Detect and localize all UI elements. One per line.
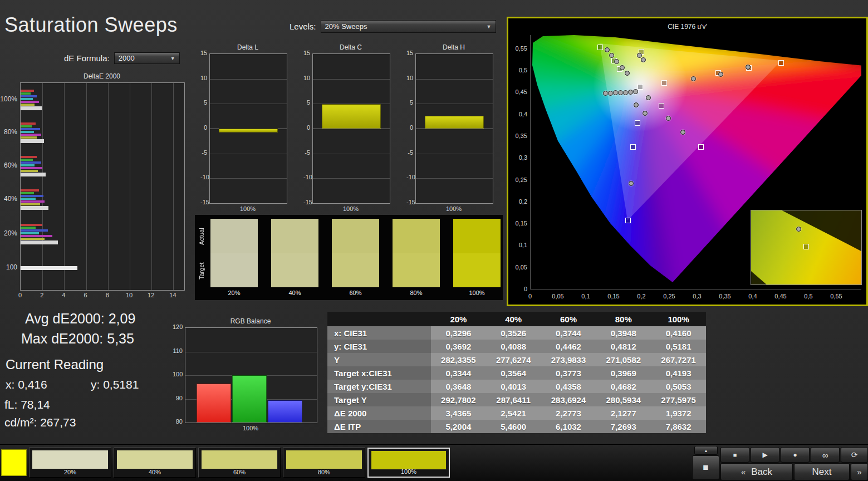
saturation-swatch-button-60%[interactable]: 60% <box>198 448 281 478</box>
measured-marker <box>680 130 685 135</box>
y-tick-label: -15 <box>406 199 413 206</box>
swatch-color <box>116 450 193 469</box>
stop-icon: ■ <box>703 462 708 473</box>
table-row: Target x:CIE310,33440,35640,37730,39690,… <box>327 366 706 380</box>
table-cell: 0,4812 <box>596 340 651 353</box>
measured-marker <box>614 59 619 64</box>
stop-icon: ■ <box>733 451 737 458</box>
saturation-data-table: 20%40%60%80%100%x: CIE310,32960,35260,37… <box>327 312 706 433</box>
table-cell: 0,3744 <box>541 326 596 340</box>
y-tick-label: 15 <box>200 50 207 57</box>
delta-h-title: Delta H <box>415 43 492 51</box>
table-col-header: 40% <box>486 312 541 326</box>
swatch-button-label: 80% <box>283 469 365 475</box>
de-bar <box>21 104 35 106</box>
gridline <box>173 83 174 290</box>
x-tick-label: 0,15 <box>602 293 625 300</box>
current-cdm2-value: cd/m²: 267,73 <box>4 416 76 429</box>
table-cell: 6,1032 <box>541 420 596 433</box>
de-bar <box>21 128 40 130</box>
swatch-color <box>201 450 278 469</box>
table-cell: 267,7271 <box>651 353 706 366</box>
next-page-button[interactable]: » <box>851 463 868 480</box>
cie-y-axis <box>530 35 531 289</box>
delta-c-plot <box>312 53 390 204</box>
y-tick-label: 10 <box>406 75 413 82</box>
refresh-button[interactable]: ⟳ <box>841 447 868 463</box>
table-row: Y282,3355277,6274273,9833271,0582267,727… <box>327 353 706 366</box>
app-window: Saturation Sweeps dE Formula: 2000 ▼ Lev… <box>0 0 868 481</box>
next-button[interactable]: Next <box>794 463 850 480</box>
table-row-label: Target y:CIE31 <box>327 380 431 393</box>
de-bar <box>21 192 34 194</box>
back-button[interactable]: « Back <box>720 463 793 480</box>
table-cell: 292,7802 <box>431 393 486 406</box>
x-tick-label: 12 <box>143 292 159 299</box>
loop-icon: ∞ <box>822 450 828 460</box>
avg-de2000-value: Avg dE2000: 2,09 <box>25 311 135 327</box>
table-row: Target y:CIE310,36480,40130,43580,46820,… <box>327 380 706 393</box>
table-cell: 271,0582 <box>596 353 651 366</box>
table-cell: 282,3355 <box>431 353 486 366</box>
x-axis-label: 100% <box>209 205 286 213</box>
y-tick-label: 80 <box>173 418 183 425</box>
max-de2000-value: Max dE2000: 5,35 <box>21 331 134 347</box>
chevrons-right-icon: » <box>857 467 861 477</box>
de-formula-dropdown[interactable]: 2000 ▼ <box>114 52 180 64</box>
levels-value: 20% Sweeps <box>325 22 367 31</box>
actual-swatch <box>393 219 440 253</box>
chevron-down-icon: ▼ <box>487 24 492 30</box>
table-cell: 0,3692 <box>431 340 486 353</box>
stop-button[interactable]: ■ <box>720 447 749 463</box>
table-cell: 0,3969 <box>596 366 651 380</box>
up-button[interactable]: ▲ <box>694 446 718 455</box>
table-row: y: CIE310,36920,40880,44620,48120,5181 <box>327 340 706 353</box>
play-icon: ▶ <box>762 451 767 459</box>
target-swatch <box>210 253 258 287</box>
y-tick-label: 10 <box>303 75 310 82</box>
x-tick-label: 0 <box>519 293 541 300</box>
play-button[interactable]: ▶ <box>751 447 779 463</box>
table-cell: 2,5421 <box>486 406 541 420</box>
de-bar <box>21 206 48 210</box>
swatch-color <box>286 450 362 469</box>
table-corner <box>327 312 431 326</box>
de-bar <box>21 173 46 176</box>
table-cell: 0,3564 <box>486 366 541 380</box>
y-tick-label: 20% <box>0 230 17 237</box>
y-tick-label: 0 <box>406 124 413 131</box>
measured-marker <box>646 95 651 100</box>
x-tick-label: 0 <box>12 292 28 299</box>
gridline <box>130 83 130 290</box>
x-axis-label: 100% <box>415 205 492 213</box>
table-row-label: x: CIE31 <box>327 326 431 340</box>
measured-marker <box>633 89 638 94</box>
saturation-swatch-button-40%[interactable]: 40% <box>114 448 196 478</box>
table-cell: 0,4682 <box>596 380 651 393</box>
de-bar <box>21 198 36 200</box>
table-cell: 2,2773 <box>541 406 596 420</box>
x-tick-label: 6 <box>77 292 94 299</box>
saturation-swatch-button-100%[interactable]: 100% <box>367 448 450 478</box>
measured-marker <box>603 91 608 96</box>
delta-bar <box>219 129 278 132</box>
actual-target-swatch-strip: Actual Target 20%40%60%80%100% <box>195 215 503 300</box>
measured-marker <box>666 116 671 121</box>
table-cell: 280,5934 <box>596 393 651 406</box>
gridline <box>210 154 287 154</box>
levels-dropdown[interactable]: 20% Sweeps ▼ <box>321 20 496 33</box>
deltae-chart: DeltaE 2000 02468101214100%80%60%40%20%1… <box>0 72 192 301</box>
de-bar <box>21 92 31 95</box>
record-icon: ● <box>793 451 797 459</box>
loop-button[interactable]: ∞ <box>811 447 840 463</box>
table-cell: 287,6411 <box>486 393 541 406</box>
saturation-swatch-button-20%[interactable]: 20% <box>29 448 111 478</box>
record-button[interactable]: ● <box>781 447 810 463</box>
saturation-swatch-button-80%[interactable]: 80% <box>283 448 365 478</box>
target-marker <box>659 103 664 109</box>
gridline <box>108 83 109 290</box>
table-col-header: 20% <box>431 312 486 326</box>
stop-measure-button[interactable]: ■ <box>692 455 719 480</box>
de-bar <box>21 101 39 103</box>
y-tick-label: 10 <box>200 75 207 82</box>
